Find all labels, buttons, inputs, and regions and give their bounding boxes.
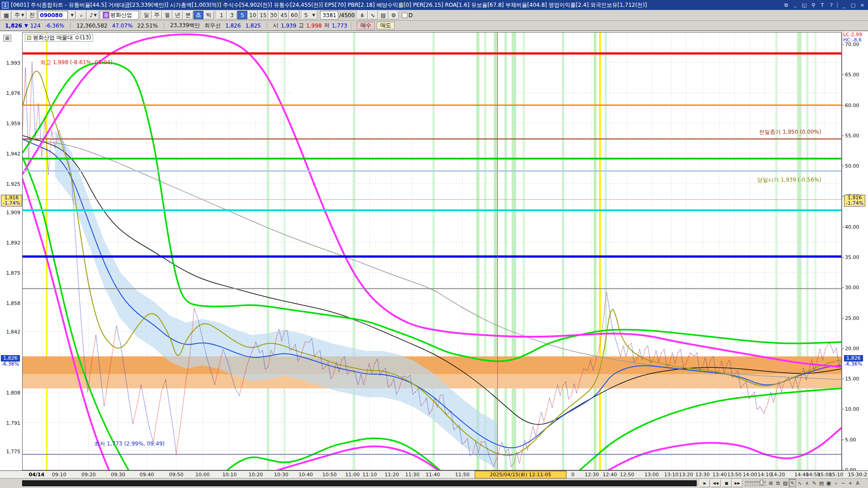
green-volume-stripe xyxy=(775,32,777,470)
forward-button[interactable]: ▶▶ xyxy=(732,479,742,487)
stock-type-button[interactable]: 주▼ xyxy=(12,11,26,19)
minimize-icon[interactable]: _ xyxy=(840,1,848,9)
interval-button-15[interactable]: 15 xyxy=(258,11,268,19)
search-icon[interactable]: ⌕ xyxy=(76,11,86,19)
cursor-tool-icon[interactable]: ↖ xyxy=(789,479,796,487)
period-button-주[interactable]: 주 xyxy=(152,11,162,19)
green-volume-stripe xyxy=(523,32,525,470)
window-controls: ⧉＿◱⚲T?|_□× xyxy=(781,1,866,9)
period-button-분[interactable]: 분 xyxy=(183,11,193,19)
link-icon[interactable]: ⧉ xyxy=(782,1,790,9)
left-axis-tick: 1,791 xyxy=(6,420,21,426)
period-button-년[interactable]: 년 xyxy=(173,11,183,19)
left-axis-tick: 1,858 xyxy=(6,300,21,306)
save-icon[interactable]: ▤ xyxy=(378,11,388,19)
time-label-14:00: 14:00 xyxy=(743,472,757,478)
rewind-button[interactable]: ◀◀ xyxy=(711,479,721,487)
chart-region: ⊞ 1,9931,9761,9591,9421,9251,9091,8921,8… xyxy=(0,31,868,470)
chart-plot[interactable]: 최고 1,998 (-8.61%, 09:04)전일종가 1,950 (0.00… xyxy=(22,32,842,470)
stock-name: 평화산업 xyxy=(110,11,132,19)
d-checkbox[interactable] xyxy=(402,13,407,18)
close-icon[interactable]: × xyxy=(858,1,866,9)
indicator-label[interactable]: 평화산업 매물대 수(13) xyxy=(25,34,93,42)
duplicate-chart-icon[interactable]: ⧉ xyxy=(774,479,782,487)
period-button-틱[interactable]: 틱 xyxy=(204,11,214,19)
font-icon[interactable]: T xyxy=(818,1,826,9)
green-volume-stripe xyxy=(505,32,507,470)
high-price: 1,998 xyxy=(306,23,321,29)
maximize-icon[interactable]: □ xyxy=(849,1,857,9)
text-tool-icon[interactable]: A xyxy=(854,479,861,487)
wave-tool-icon[interactable]: ∧ xyxy=(803,479,811,487)
sell-button[interactable]: 매도 xyxy=(377,22,395,29)
line-style-icon[interactable]: ∿ xyxy=(368,11,378,19)
new-chart-icon[interactable]: ⊞ xyxy=(767,479,774,487)
interval-button-60[interactable]: 60 xyxy=(289,11,299,19)
stock-name-field[interactable]: 증 평화산업 xyxy=(100,11,139,19)
interval-button-1[interactable]: 1 xyxy=(217,11,226,19)
time-label-09:20: 09:20 xyxy=(81,472,96,478)
help-icon[interactable]: ? xyxy=(827,1,835,9)
slider-ticks xyxy=(745,484,766,486)
left-axis-tick: 1,959 xyxy=(6,121,21,127)
code-dropdown-icon[interactable]: ▼ xyxy=(69,11,75,19)
pin-icon[interactable]: ⚲ xyxy=(809,1,817,9)
gear-icon[interactable]: ⚙ xyxy=(389,11,399,19)
time-label-12:40: 12:40 xyxy=(603,472,617,478)
play-button[interactable]: ▶ xyxy=(700,479,710,487)
candle-settings-icon[interactable]: ⋔ xyxy=(358,11,368,19)
interval-button-45[interactable]: 45 xyxy=(279,11,289,19)
zoom-out-button[interactable]: − xyxy=(840,479,847,487)
float-icon[interactable]: ◱ xyxy=(800,1,808,9)
minimize-panel-icon[interactable]: ＿ xyxy=(791,1,799,9)
indicator-list-icon[interactable]: ▤ xyxy=(818,479,825,487)
time-label-10:00: 10:00 xyxy=(195,472,210,478)
draw-tool-icon[interactable]: ✎ xyxy=(811,479,818,487)
pattern-icon[interactable]: ▨ xyxy=(782,479,789,487)
right-axis-tick: 60.00 xyxy=(845,103,859,108)
period-button-월[interactable]: 월 xyxy=(162,11,172,19)
title-bar[interactable]: 1 [0601] 주식종합차트 - 유통비율[44.5] 거래대금[23,339… xyxy=(0,0,868,10)
time-label-09:50: 09:50 xyxy=(169,472,184,478)
window-number-badge: 1 xyxy=(2,2,9,9)
interval-button-3[interactable]: 3 xyxy=(227,11,237,19)
interval-button-5[interactable]: 5 xyxy=(237,11,247,19)
sound-icon[interactable]: ♪▼ xyxy=(87,11,99,19)
left-axis-tick: 1,875 xyxy=(6,270,21,276)
best-ask: 1,826 xyxy=(225,23,241,29)
stock-code-input[interactable] xyxy=(38,11,68,19)
tick-total-label: /4500 xyxy=(339,12,355,19)
zoom-in-button[interactable]: + xyxy=(847,479,854,487)
stop-button[interactable]: ■ xyxy=(722,479,731,487)
volume-profile-band xyxy=(22,357,842,374)
left-axis-tick: 1,976 xyxy=(6,90,21,96)
grid-settings-icon[interactable]: ⊞ xyxy=(3,35,11,42)
divider xyxy=(351,22,351,29)
time-label-14:20: 14:20 xyxy=(771,472,785,478)
green-volume-stripe xyxy=(512,32,516,470)
horizontal-scrollbar[interactable] xyxy=(22,480,697,486)
left-axis-tick: 1,842 xyxy=(6,329,21,335)
time-label-12:50: 12:50 xyxy=(620,472,634,478)
high-label: 고 xyxy=(298,22,304,29)
green-volume-stripe xyxy=(806,32,808,470)
zoom-tool-icon[interactable]: ⌕ xyxy=(832,479,840,487)
annotation: 최저 1,773 (2.99%, 09:49) xyxy=(94,441,165,447)
interval-button-30[interactable]: 30 xyxy=(269,11,278,19)
interval-button-10[interactable]: 10 xyxy=(248,11,258,19)
snapshot-icon[interactable]: ▣ xyxy=(825,479,832,487)
window-title: [0601] 주식종합차트 - 유통비율[44.5] 거래대금[23,339(백… xyxy=(11,1,781,9)
tick-count-input[interactable] xyxy=(320,11,338,19)
time-label-11:40: 11:40 xyxy=(425,472,440,478)
chart-kind-icon[interactable]: ▦ xyxy=(1,11,11,19)
buy-button[interactable]: 매수 xyxy=(357,22,375,29)
jeon-button[interactable]: 전 xyxy=(27,11,37,19)
speed-slider[interactable] xyxy=(745,481,766,483)
period-button-일[interactable]: 일 xyxy=(142,11,151,19)
time-label-10:50: 10:50 xyxy=(322,472,337,478)
zoom-select[interactable]: 5▼ xyxy=(302,11,317,19)
period-button-초[interactable]: 초 xyxy=(193,11,203,19)
trendline-tool-icon[interactable]: ∿ xyxy=(796,479,803,487)
price-change: 124 xyxy=(30,23,41,29)
time-label-09:10: 09:10 xyxy=(52,472,66,478)
